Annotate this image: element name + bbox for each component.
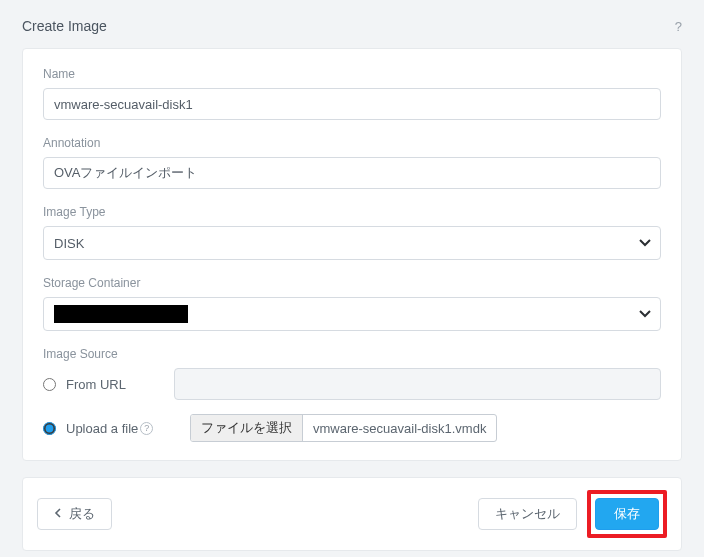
field-name: Name — [43, 67, 661, 120]
source-from-url-row: From URL — [43, 368, 661, 400]
storage-container-label: Storage Container — [43, 276, 661, 290]
image-source-label: Image Source — [43, 347, 661, 361]
source-upload-row: Upload a file ? ファイルを選択 vmware-secuavail… — [43, 414, 661, 442]
back-button[interactable]: 戻る — [37, 498, 112, 530]
cancel-button[interactable]: キャンセル — [478, 498, 577, 530]
upload-file-radio[interactable] — [43, 422, 56, 435]
from-url-label: From URL — [66, 377, 174, 392]
file-chooser: ファイルを選択 vmware-secuavail-disk1.vmdk — [190, 414, 497, 442]
name-label: Name — [43, 67, 661, 81]
save-button[interactable]: 保存 — [595, 498, 659, 530]
chevron-left-icon — [54, 508, 61, 520]
field-annotation: Annotation — [43, 136, 661, 189]
page-title: Create Image — [22, 18, 107, 34]
help-icon[interactable]: ? — [140, 422, 153, 435]
modal-header: Create Image ? — [0, 0, 704, 48]
back-label: 戻る — [69, 505, 95, 523]
image-type-selected: DISK — [54, 236, 84, 251]
field-image-source: Image Source From URL Upload a file ? ファ… — [43, 347, 661, 442]
image-type-select[interactable]: DISK — [43, 226, 661, 260]
field-storage-container: Storage Container — [43, 276, 661, 331]
upload-file-label: Upload a file — [66, 421, 138, 436]
name-input[interactable] — [43, 88, 661, 120]
image-type-label: Image Type — [43, 205, 661, 219]
storage-container-select[interactable] — [43, 297, 661, 331]
from-url-input[interactable] — [174, 368, 661, 400]
from-url-radio[interactable] — [43, 378, 56, 391]
storage-container-selected — [54, 305, 188, 323]
help-icon[interactable]: ? — [675, 19, 682, 34]
chosen-file-name: vmware-secuavail-disk1.vmdk — [303, 421, 496, 436]
annotation-label: Annotation — [43, 136, 661, 150]
footer-bar: 戻る キャンセル 保存 — [22, 477, 682, 551]
field-image-type: Image Type DISK — [43, 205, 661, 260]
form-panel: Name Annotation Image Type DISK Storage … — [22, 48, 682, 461]
annotation-input[interactable] — [43, 157, 661, 189]
choose-file-button[interactable]: ファイルを選択 — [191, 415, 303, 441]
save-highlight-box: 保存 — [587, 490, 667, 538]
